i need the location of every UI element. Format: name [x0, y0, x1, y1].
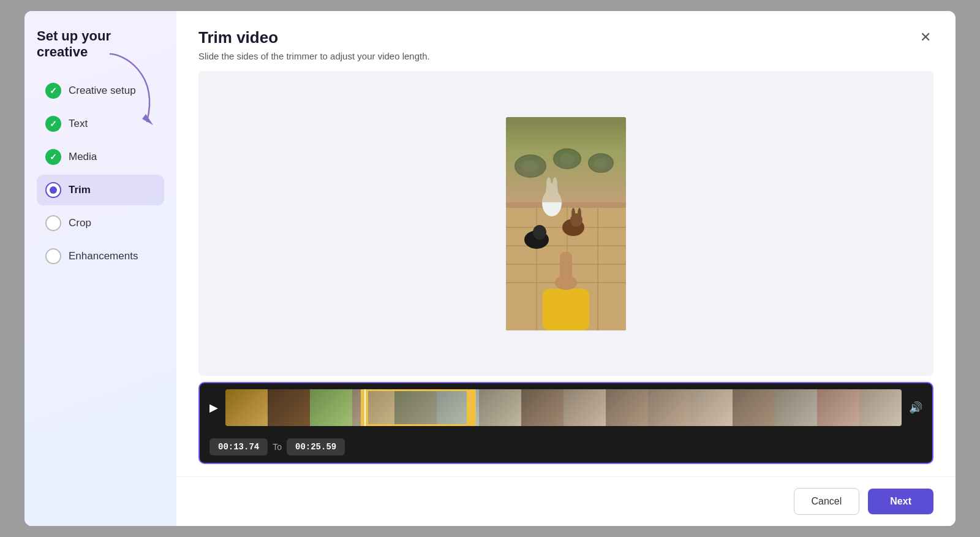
sidebar-title: Set up your creative [37, 28, 164, 61]
film-strip [225, 389, 902, 426]
sidebar-item-enhancements[interactable]: Enhancements [37, 241, 164, 272]
next-button[interactable]: Next [868, 489, 933, 514]
svg-point-23 [578, 208, 581, 220]
sidebar-item-trim[interactable]: Trim [37, 175, 164, 205]
film-frame-3 [310, 389, 352, 426]
film-frame-8 [521, 389, 564, 426]
video-svg [506, 117, 626, 330]
timecodes-row: 00:13.74 To 00:25.59 [200, 432, 932, 463]
video-preview [506, 117, 626, 330]
trim-selection [361, 389, 469, 426]
film-frame-7 [479, 389, 521, 426]
film-frame-13 [733, 389, 775, 426]
sidebar-label-text: Text [69, 118, 88, 130]
svg-point-16 [542, 189, 562, 216]
film-frame-15 [817, 389, 859, 426]
svg-point-13 [560, 153, 575, 164]
header-text-group: Trim video Slide the sides of the trimme… [198, 28, 430, 61]
step-icon-text: ✓ [45, 116, 61, 132]
film-frame-9 [564, 389, 606, 426]
modal-subtitle: Slide the sides of the trimmer to adjust… [198, 51, 430, 61]
sidebar-label-trim: Trim [69, 184, 91, 196]
sidebar-label-media: Media [69, 151, 97, 163]
svg-point-25 [533, 225, 546, 240]
svg-point-18 [546, 177, 551, 192]
start-timecode: 00:13.74 [209, 438, 268, 455]
svg-rect-26 [543, 289, 589, 330]
trimmer-timeline: ▶ [200, 383, 932, 432]
trimmer-section: ▶ [198, 382, 933, 464]
sidebar-label-creative-setup: Creative setup [69, 85, 136, 97]
sidebar: Set up your creative ✓ Creative setup ✓ … [24, 11, 176, 526]
step-icon-creative-setup: ✓ [45, 83, 61, 99]
svg-point-12 [554, 149, 581, 169]
playhead [364, 389, 366, 426]
trim-handle-right[interactable] [469, 389, 476, 426]
modal: Set up your creative ✓ Creative setup ✓ … [24, 11, 956, 526]
svg-point-14 [589, 154, 613, 172]
timecode-to-label: To [273, 442, 282, 452]
main-content: Trim video Slide the sides of the trimme… [176, 11, 956, 526]
svg-point-10 [515, 155, 546, 177]
film-frame-11 [648, 389, 690, 426]
step-icon-enhancements [45, 248, 61, 264]
modal-title: Trim video [198, 28, 430, 47]
film-frame-16 [859, 389, 902, 426]
film-frame-10 [606, 389, 648, 426]
sidebar-item-creative-setup[interactable]: ✓ Creative setup [37, 75, 164, 106]
step-icon-trim [45, 182, 61, 198]
decorative-arrow-curved [198, 265, 211, 364]
video-frame [506, 117, 626, 330]
film-frame-14 [775, 389, 817, 426]
step-icon-crop [45, 215, 61, 231]
sidebar-label-enhancements: Enhancements [69, 250, 138, 262]
svg-point-17 [546, 183, 558, 198]
svg-point-19 [552, 177, 557, 192]
svg-rect-28 [560, 252, 572, 286]
video-preview-area [198, 71, 933, 376]
sidebar-item-crop[interactable]: Crop [37, 208, 164, 238]
checkmark-icon: ✓ [50, 86, 57, 96]
main-header: Trim video Slide the sides of the trimme… [176, 11, 956, 71]
end-timecode: 00:25.59 [287, 438, 345, 455]
svg-point-11 [522, 160, 539, 172]
close-button[interactable]: ✕ [918, 28, 933, 47]
play-button[interactable]: ▶ [202, 401, 225, 414]
sidebar-item-text[interactable]: ✓ Text [37, 109, 164, 139]
volume-button[interactable]: 🔊 [902, 401, 930, 414]
cancel-button[interactable]: Cancel [794, 488, 860, 515]
sidebar-label-crop: Crop [69, 217, 91, 229]
modal-overlay: Set up your creative ✓ Creative setup ✓ … [0, 0, 980, 537]
checkmark-icon-text: ✓ [50, 119, 57, 129]
step-icon-media: ✓ [45, 149, 61, 165]
sidebar-item-media[interactable]: ✓ Media [37, 142, 164, 172]
film-frame-1 [225, 389, 268, 426]
checkmark-icon-media: ✓ [50, 152, 57, 162]
film-frame-12 [690, 389, 733, 426]
svg-point-22 [571, 208, 575, 220]
svg-point-15 [594, 158, 608, 168]
footer: Cancel Next [176, 476, 956, 526]
film-frame-2 [268, 389, 310, 426]
